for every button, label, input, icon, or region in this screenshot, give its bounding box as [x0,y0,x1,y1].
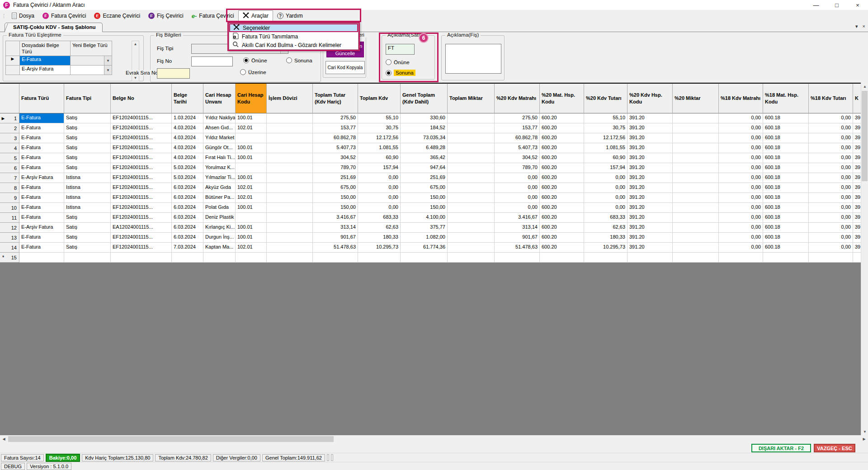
row-header-7[interactable]: 7 [0,173,19,183]
table-cell[interactable] [448,143,495,153]
dropdown-item-fatura-t-r-tan-mlama[interactable]: Fatura Türü Tanımlama [229,32,358,41]
table-cell[interactable] [673,223,719,233]
table-cell[interactable]: 391.20 [627,203,673,213]
table-cell[interactable]: 6.03.2024 [172,193,203,203]
row-selector-arrow-icon[interactable]: ▶ [5,56,20,66]
table-cell[interactable]: EF12024001115... [111,213,172,223]
menu-item-eczane-evirici-2[interactable]: EEczane Çevirici [90,10,144,21]
table-cell[interactable]: 600.20 [540,203,584,213]
minimize-button[interactable]: — [806,0,826,10]
row-header-14[interactable]: 14 [0,243,19,253]
table-cell[interactable]: EF12024001115... [111,243,172,253]
table-cell[interactable]: Ahsen Gıd... [203,123,236,133]
table-cell[interactable]: Yılmazlar Ti... [203,173,236,183]
table-cell[interactable]: 60.862,78 [495,133,540,143]
grid-col-header-13[interactable]: %20 Kdv Tutarı [584,84,627,113]
table-cell[interactable] [267,253,313,263]
scroll-right-icon[interactable]: ▶ [860,435,868,443]
table-cell[interactable]: Satış [64,133,111,143]
grid-col-header-3[interactable]: Belge Tarihi [172,84,203,113]
table-cell[interactable]: 391.20 [627,183,673,193]
grid-col-header-4[interactable]: Cari Hesap Unvanı [203,84,236,113]
table-cell[interactable] [64,253,111,263]
menu-item-ara-lar[interactable]: Araçlar [238,10,273,21]
table-cell[interactable] [809,253,853,263]
table-cell[interactable]: 6.489,28 [401,143,448,153]
table-cell[interactable]: Satış [64,153,111,163]
table-cell[interactable]: 10.295,73 [358,243,401,253]
table-cell[interactable]: 1.081,55 [358,143,401,153]
table-cell[interactable]: 6.03.2024 [172,223,203,233]
table-cell[interactable]: E-Arşiv Fatura [19,173,64,183]
table-cell[interactable]: 30,75 [584,123,627,133]
table-cell[interactable]: 0,00 [809,173,853,183]
table-cell[interactable]: 3.416,67 [495,213,540,223]
grid-col-header-16[interactable]: %18 Kdv Matrahı [719,84,763,113]
table-cell[interactable]: EF12024001115... [111,193,172,203]
table-cell[interactable] [267,123,313,133]
table-cell[interactable]: 0,00 [719,133,763,143]
table-cell[interactable] [267,153,313,163]
table-cell[interactable]: 5.407,73 [495,143,540,153]
table-cell[interactable]: Bütüner Pa... [203,193,236,203]
table-cell[interactable]: 12.172,56 [358,133,401,143]
table-cell[interactable] [203,253,236,263]
table-cell[interactable]: 39 [853,113,861,123]
table-cell[interactable]: EF12024001115... [111,183,172,193]
table-cell[interactable] [540,253,584,263]
table-cell[interactable] [448,133,495,143]
table-cell[interactable]: 304,52 [313,153,358,163]
radio-sonuna-fis[interactable]: Sonuna [286,57,312,63]
table-cell[interactable] [236,133,267,143]
table-cell[interactable]: 0,00 [809,123,853,133]
table-cell[interactable]: 391.20 [627,133,673,143]
table-cell[interactable]: 0,00 [495,183,540,193]
dropdown-item-ak-ll-cari-kod-bulma-g-zard-kelimeler[interactable]: Akıllı Cari Kod Bulma - Gözardı Kelimele… [229,41,358,49]
table-cell[interactable] [673,153,719,163]
table-cell[interactable]: 600.18 [763,113,809,123]
table-cell[interactable]: 150,00 [401,203,448,213]
aciklama-fis-textarea[interactable] [445,44,501,74]
table-cell[interactable]: 0,00 [809,213,853,223]
table-cell[interactable]: 60.862,78 [313,133,358,143]
table-cell[interactable]: 313,14 [313,223,358,233]
table-cell[interactable]: 600.20 [540,133,584,143]
table-cell[interactable]: 600.20 [540,243,584,253]
combo-arrow-icon[interactable]: ▼ [104,56,112,65]
table-cell[interactable]: 102.01 [236,183,267,193]
table-cell[interactable]: 251,69 [313,173,358,183]
export-button[interactable]: DIŞARI AKTAR - F2 [751,444,811,452]
table-cell[interactable]: 0,00 [809,193,853,203]
table-cell[interactable]: 180,33 [358,233,401,243]
table-cell[interactable]: 391.20 [627,173,673,183]
table-cell[interactable] [448,193,495,203]
table-cell[interactable] [236,253,267,263]
table-cell[interactable]: 61.774,36 [401,243,448,253]
table-cell[interactable]: Istisna [64,203,111,213]
table-cell[interactable]: 100.01 [236,113,267,123]
table-cell[interactable]: 251,69 [401,173,448,183]
table-cell[interactable]: 600.20 [540,213,584,223]
table-cell[interactable]: E-Fatura [19,213,64,223]
horizontal-scrollbar[interactable]: ◀ ▶ [0,435,868,443]
table-cell[interactable] [853,253,861,263]
table-cell[interactable] [267,163,313,173]
table-cell[interactable] [448,163,495,173]
table-cell[interactable]: EA12024001115... [111,223,172,233]
table-cell[interactable]: Yıldız Nakliyat [203,113,236,123]
table-cell[interactable]: E-Fatura [19,183,64,193]
table-cell[interactable]: 39 [853,223,861,233]
table-cell[interactable]: EF12024001115... [111,133,172,143]
table-cell[interactable] [673,243,719,253]
row-header-10[interactable]: 10 [0,203,19,213]
table-cell[interactable]: 184,52 [401,123,448,133]
table-cell[interactable]: 0,00 [358,203,401,213]
table-cell[interactable]: 789,70 [495,163,540,173]
table-cell[interactable] [673,163,719,173]
table-cell[interactable]: Satış [64,223,111,233]
table-cell[interactable]: E-Arşiv Fatura [19,223,64,233]
table-cell[interactable]: EF12024001115... [111,123,172,133]
table-cell[interactable]: 55,10 [358,113,401,123]
table-cell[interactable] [448,153,495,163]
table-cell[interactable] [19,253,64,263]
